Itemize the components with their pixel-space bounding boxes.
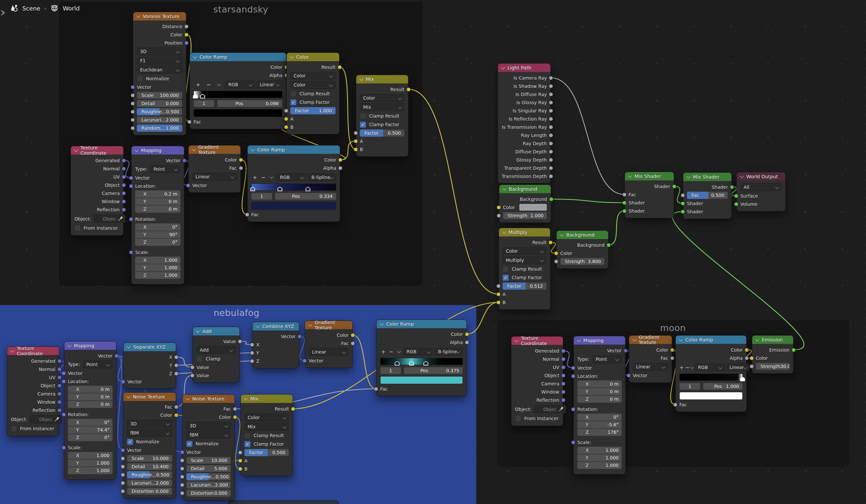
map3-dropdown[interactable]: Point	[592, 355, 622, 363]
socket-socket[interactable]	[561, 365, 566, 369]
vector-socket[interactable]	[298, 334, 302, 339]
col-checkbox-clamp-factor[interactable]: ✓	[290, 99, 297, 105]
generated-socket[interactable]	[57, 359, 62, 363]
node-mul[interactable]: MultiplyResultColorMultiplyClamp Result✓…	[499, 228, 551, 310]
nt1-slider-distortion[interactable]: Distortion0.000	[127, 488, 172, 495]
breadcrumb-scene[interactable]: Scene	[22, 5, 40, 12]
nt1-dropdown[interactable]: fBM	[127, 429, 172, 437]
nt2-slider-lacunari[interactable]: Lacunari...2.000	[186, 481, 231, 489]
bg1-slider-strength[interactable]: Strength1.000	[503, 212, 547, 219]
bg1-color-swatch[interactable]	[519, 204, 547, 211]
socket-socket[interactable]	[561, 357, 566, 361]
map2-value-y[interactable]: Y1.000	[68, 459, 112, 467]
socket-socket[interactable]	[121, 481, 125, 485]
ms2-header[interactable]: Mix Shader	[683, 173, 732, 181]
socket-socket[interactable]	[121, 489, 125, 493]
node-cr3[interactable]: Color RampColorAlpha+−RGBB-Spline1Pos0.3…	[376, 320, 467, 396]
gt1-header[interactable]: Gradient Texture	[189, 146, 241, 154]
tc1-checkbox-from-instancer[interactable]	[75, 225, 81, 231]
socket-socket[interactable]	[549, 117, 553, 121]
socket-socket[interactable]	[561, 381, 566, 386]
socket-socket[interactable]	[571, 440, 575, 444]
color-socket[interactable]	[497, 205, 501, 209]
socket-socket[interactable]	[62, 412, 66, 416]
socket-socket[interactable]	[561, 398, 566, 402]
node-em[interactable]: EmissionEmissionColorStrength30.000	[752, 335, 793, 374]
mix1-header[interactable]: Mix	[356, 75, 408, 83]
vec-socket[interactable]	[129, 176, 133, 180]
cr2-stop-position[interactable]: Pos0.334	[275, 193, 336, 200]
node-bg1[interactable]: BackgroundBackgroundColorStrength1.000	[499, 184, 551, 223]
strength-socket[interactable]	[497, 213, 501, 218]
nt2-checkbox-normalize[interactable]: ✓	[186, 441, 192, 447]
fac-socket[interactable]	[622, 192, 626, 197]
cr2-remove-stop-button[interactable]: −	[260, 174, 267, 181]
gt3-header[interactable]: Gradient Texture	[629, 335, 672, 344]
cr4-remove-stop-button[interactable]: −	[685, 364, 689, 371]
socket-socket[interactable]	[57, 383, 62, 388]
fac-socket[interactable]	[673, 402, 677, 407]
b-socket[interactable]	[354, 147, 358, 151]
node-map3[interactable]: MappingVectorType:PointVectorLocation:X0…	[574, 336, 625, 474]
vor-slider-random[interactable]: Random...1.000	[137, 125, 182, 132]
mul-dropdown[interactable]: Color	[502, 247, 546, 255]
x-socket[interactable]	[174, 355, 178, 359]
socket-socket[interactable]	[549, 108, 553, 113]
vec-socket[interactable]	[626, 373, 631, 378]
cr1-stop-index[interactable]: 1	[193, 100, 214, 107]
cr2-ramp-stop[interactable]	[278, 187, 282, 191]
col-dropdown[interactable]: Color	[290, 81, 335, 89]
a-socket[interactable]	[238, 458, 242, 463]
color-socket[interactable]	[750, 356, 754, 360]
socket-socket[interactable]	[131, 101, 135, 105]
tc2-checkbox-from-instancer[interactable]	[11, 426, 17, 432]
socket-socket[interactable]	[549, 174, 553, 178]
socket-socket[interactable]	[351, 341, 355, 345]
bg2-slider-strength[interactable]: Strength3.800	[560, 258, 604, 265]
node-tc3[interactable]: Texture CoordinateGeneratedNormalUVObjec…	[511, 336, 563, 426]
map3-value-x[interactable]: X0°	[577, 414, 622, 421]
factor-socket[interactable]	[284, 108, 288, 113]
result-socket[interactable]	[337, 65, 342, 69]
socket-socket[interactable]	[338, 166, 343, 170]
tc3-header[interactable]: Texture Coordinate	[511, 336, 563, 345]
result-socket[interactable]	[407, 87, 411, 91]
eyedropper-icon[interactable]	[118, 216, 123, 221]
cr4-add-stop-button[interactable]: +	[679, 364, 684, 371]
map2-value-x[interactable]: X0 m	[68, 386, 112, 393]
vec-socket[interactable]	[186, 183, 190, 187]
socket-socket[interactable]	[131, 126, 135, 130]
socket-socket[interactable]	[122, 199, 126, 204]
tc2-object-field[interactable]: Objec	[30, 415, 62, 423]
nt1-dropdown[interactable]: 3D	[127, 420, 172, 428]
socket-socket[interactable]	[131, 118, 135, 122]
node-gt2[interactable]: Gradient TextureColorFacLinearVector	[305, 320, 353, 368]
s2-socket[interactable]	[681, 209, 685, 214]
nt2-header[interactable]: Noise Texture	[183, 394, 234, 403]
map2-value-x[interactable]: X0°	[68, 419, 112, 426]
node-tc2[interactable]: Texture CoordinateGeneratedNormalUVObjec…	[7, 346, 59, 436]
socket-socket[interactable]	[549, 125, 553, 129]
color-socket[interactable]	[670, 348, 675, 352]
s2-socket[interactable]	[622, 209, 626, 213]
map3-value-y[interactable]: Y1.000	[577, 454, 622, 461]
surface-socket[interactable]	[734, 194, 739, 198]
col-slider-factor[interactable]: Factor1.000	[290, 107, 335, 114]
socket-socket[interactable]	[180, 491, 184, 495]
map1-value-x[interactable]: X0°	[135, 224, 180, 231]
shader-socket[interactable]	[672, 184, 676, 188]
map1-value-x[interactable]: X1.000	[135, 256, 180, 264]
socket-socket[interactable]	[239, 166, 243, 170]
cr4-header[interactable]: Color Ramp	[676, 335, 746, 344]
em-header[interactable]: Emission	[752, 335, 793, 344]
cr3-color-swatch[interactable]	[380, 376, 463, 384]
color-socket[interactable]	[233, 415, 237, 419]
vor-slider-lacunari[interactable]: Lacunari...2.000	[137, 116, 182, 124]
cr3-ramp-gradient[interactable]	[380, 358, 463, 365]
vor-dropdown[interactable]: F1	[137, 57, 182, 65]
a-socket[interactable]	[496, 292, 501, 296]
factor-socket[interactable]	[354, 131, 358, 135]
node-cr2[interactable]: Color RampColorAlpha+−RGBB-Spline1Pos0.3…	[247, 145, 340, 222]
cr3-add-stop-button[interactable]: +	[380, 348, 386, 356]
result-socket[interactable]	[548, 240, 553, 244]
